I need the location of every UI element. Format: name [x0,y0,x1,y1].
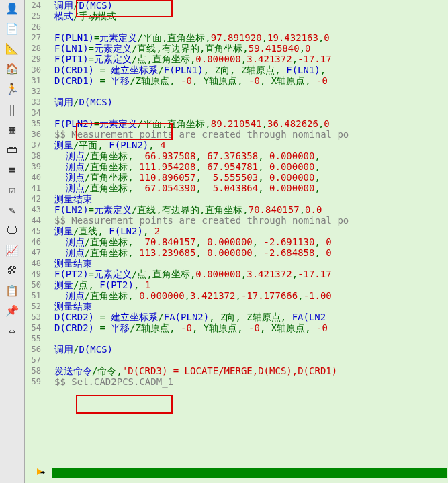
home-icon[interactable]: 🏠 [5,62,19,75]
screen-icon[interactable]: 🖵 [5,223,19,236]
code-line[interactable]: 43F(LN2)=元素定义/直线,有边界的,直角坐标,70.840157,0.0 [25,204,448,215]
line-number: 27 [25,32,44,43]
code-line[interactable]: 34 [25,107,448,118]
code-line[interactable]: 55 [25,333,448,344]
line-number: 26 [25,21,44,32]
line-number: 43 [25,204,44,215]
line-number: 59 [25,376,44,387]
person-icon[interactable]: 👤 [5,1,19,15]
line-number: 48 [25,258,44,269]
line-number: 46 [25,236,44,247]
line-number: 54 [25,322,44,333]
highlight-box [76,395,173,414]
vertical-icon[interactable]: ‖ [5,102,19,116]
line-number: 25 [25,11,44,21]
line-number: 44 [25,215,44,226]
run-icon[interactable]: 🏃 [5,82,19,95]
code-line[interactable]: 58发送命令/命令,'D(CRD3) = LOCATE/MERGE,D(MCS)… [25,365,448,376]
lines-icon[interactable]: ≡ [5,163,19,176]
line-number: 45 [25,226,44,236]
vertical-toolbar: 👤📄📐🏠🏃‖▦🗃≡☑✎🖵📈🛠📋📌⇔ [0,0,25,483]
line-number: 50 [25,279,44,290]
code-line[interactable]: 44$$ Measurement points are created thro… [25,215,448,226]
add-layer-icon[interactable]: 🗃 [5,142,19,156]
code-line[interactable]: 38 测点/直角坐标, 66.937508, 67.376358, 0.0000… [25,150,448,161]
code-line[interactable]: 49F(PT2)=元素定义/点,直角坐标,0.000000,3.421372,-… [25,269,448,279]
code-line[interactable]: 39 测点/直角坐标, 111.954208, 67.954781, 0.000… [25,161,448,172]
arrows-icon[interactable]: ⇔ [5,324,19,337]
code-line[interactable]: 41 测点/直角坐标, 67.054390, 5.043864, 0.00000… [25,183,448,193]
pin-icon[interactable]: 📌 [5,304,19,317]
code-line[interactable]: 54D(CRD2) = 平移/Z轴原点, -0, Y轴原点, -0, X轴原点,… [25,322,448,333]
code-line[interactable]: 53D(CRD2) = 建立坐标系/FA(PLN2), Z向, Z轴原点, FA… [25,312,448,322]
line-number: 32 [25,86,44,97]
line-number: 31 [25,75,44,86]
ruler-icon[interactable]: 📐 [5,42,19,55]
code-line[interactable]: 57 [25,355,448,365]
code-line[interactable]: 30D(CRD1) = 建立坐标系/F(PLN1), Z向, Z轴原点, F(L… [25,64,448,75]
code-line[interactable]: 29F(PT1)=元素定义/点,直角坐标,0.000000,3.421372,-… [25,54,448,64]
code-line[interactable]: 27F(PLN1)=元素定义/平面,直角坐标,97.891920,19.4321… [25,32,448,43]
line-number: 33 [25,97,44,107]
code-line[interactable]: 33调用/D(MCS) [25,97,448,107]
line-number: 55 [25,333,44,344]
edit-icon[interactable]: ✎ [5,203,19,216]
code-line[interactable]: 28F(LN1)=元素定义/直线,有边界的,直角坐标,59.415840,0 [25,43,448,54]
line-number: 24 [25,0,44,11]
file-icon[interactable]: 📄 [5,21,19,35]
code-line[interactable]: 42测量结束 [25,193,448,204]
page-icon[interactable]: 📋 [5,283,19,297]
line-number: 35 [25,118,44,129]
line-number: 29 [25,54,44,64]
tools-icon[interactable]: 🛠 [5,263,19,277]
line-number: 49 [25,269,44,279]
line-number: 39 [25,161,44,172]
line-number: 51 [25,290,44,301]
line-number: 56 [25,344,44,355]
grid-icon[interactable]: ▦ [5,122,19,136]
line-number: 30 [25,64,44,75]
line-number: 28 [25,43,44,54]
line-number: 41 [25,183,44,193]
code-line[interactable]: 46 测点/直角坐标, 70.840157, 0.000000, -2.6911… [25,236,448,247]
code-line[interactable]: 36$$ Measurement points are created thro… [25,129,448,140]
line-number: 38 [25,150,44,161]
code-line[interactable]: 24调用/D(MCS) [25,0,448,11]
line-number: 58 [25,365,44,376]
line-number: 36 [25,129,44,140]
current-line-highlight [52,468,447,478]
line-number: 42 [25,193,44,204]
line-number: 53 [25,312,44,322]
code-line[interactable]: 35F(PLN2)=元素定义/平面,直角坐标,89.210541,36.4826… [25,118,448,129]
code-line[interactable]: 31D(CRD1) = 平移/Z轴原点, -0, Y轴原点, -0, X轴原点,… [25,75,448,86]
code-line[interactable]: 59$$ Set.CAD2PCS.CADM_1 [25,376,448,387]
code-line[interactable]: 40 测点/直角坐标, 110.896057, 5.555503, 0.0000… [25,172,448,183]
execution-pointer-icon: ➔ [40,467,45,478]
code-line[interactable]: 45测量/直线, F(LN2), 2 [25,226,448,236]
line-number: 52 [25,301,44,312]
code-line[interactable]: 52测量结束 [25,301,448,312]
code-line[interactable]: 26 [25,21,448,32]
line-number: 47 [25,247,44,258]
code-line[interactable]: 56调用/D(MCS) [25,344,448,355]
line-number: 57 [25,355,44,365]
graph-icon[interactable]: 📈 [5,243,19,257]
code-line[interactable]: 25模式/手动模式 [25,11,448,21]
line-number: 40 [25,172,44,183]
line-number: 37 [25,140,44,150]
line-number: 34 [25,107,44,118]
code-line[interactable]: 47 测点/直角坐标, 113.239685, 0.000000, -2.684… [25,247,448,258]
code-line[interactable]: 51 测点/直角坐标, 0.000000,3.421372,-17.177666… [25,290,448,301]
code-line[interactable]: 48测量结束 [25,258,448,269]
checklist-icon[interactable]: ☑ [5,183,19,196]
code-editor[interactable]: 24调用/D(MCS)25模式/手动模式2627F(PLN1)=元素定义/平面,… [25,0,448,483]
code-line[interactable]: 32 [25,86,448,97]
code-line[interactable]: 50测量/点, F(PT2), 1 [25,279,448,290]
code-line[interactable]: 37测量/平面, F(PLN2), 4 [25,140,448,150]
